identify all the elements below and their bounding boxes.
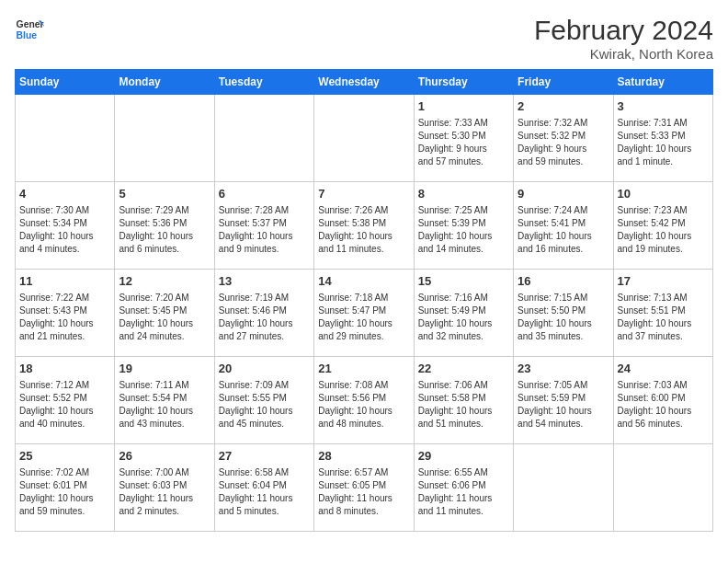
day-info: Sunrise: 7:12 AM Sunset: 5:52 PM Dayligh…	[19, 379, 110, 431]
day-number: 26	[119, 448, 210, 465]
day-number: 14	[318, 273, 409, 290]
calendar-week-5: 25Sunrise: 7:02 AM Sunset: 6:01 PM Dayli…	[16, 444, 713, 532]
calendar-cell: 1Sunrise: 7:33 AM Sunset: 5:30 PM Daylig…	[414, 95, 513, 182]
weekday-header-tuesday: Tuesday	[214, 70, 313, 95]
calendar-cell	[115, 95, 214, 182]
calendar-cell: 26Sunrise: 7:00 AM Sunset: 6:03 PM Dayli…	[115, 444, 214, 532]
calendar-cell: 8Sunrise: 7:25 AM Sunset: 5:39 PM Daylig…	[414, 182, 513, 270]
day-info: Sunrise: 7:11 AM Sunset: 5:54 PM Dayligh…	[119, 379, 210, 431]
calendar-week-3: 11Sunrise: 7:22 AM Sunset: 5:43 PM Dayli…	[16, 270, 713, 357]
title-area: February 2024 Kwirak, North Korea	[534, 15, 713, 62]
day-info: Sunrise: 7:18 AM Sunset: 5:47 PM Dayligh…	[318, 292, 409, 343]
day-info: Sunrise: 7:22 AM Sunset: 5:43 PM Dayligh…	[19, 292, 110, 343]
day-info: Sunrise: 7:33 AM Sunset: 5:30 PM Dayligh…	[418, 117, 509, 168]
weekday-header-sunday: Sunday	[16, 70, 115, 95]
calendar-cell	[314, 95, 414, 182]
calendar-week-1: 1Sunrise: 7:33 AM Sunset: 5:30 PM Daylig…	[16, 95, 713, 182]
calendar-cell: 17Sunrise: 7:13 AM Sunset: 5:51 PM Dayli…	[613, 270, 712, 357]
calendar-title: February 2024	[534, 15, 713, 46]
day-info: Sunrise: 7:15 AM Sunset: 5:50 PM Dayligh…	[518, 292, 609, 343]
day-info: Sunrise: 6:57 AM Sunset: 6:05 PM Dayligh…	[318, 466, 409, 518]
calendar-cell	[16, 95, 115, 182]
day-info: Sunrise: 7:26 AM Sunset: 5:38 PM Dayligh…	[318, 204, 409, 256]
weekday-header-saturday: Saturday	[613, 70, 712, 95]
calendar-cell: 15Sunrise: 7:16 AM Sunset: 5:49 PM Dayli…	[414, 270, 513, 357]
day-number: 13	[219, 273, 310, 290]
day-number: 24	[618, 361, 709, 377]
day-info: Sunrise: 6:58 AM Sunset: 6:04 PM Dayligh…	[219, 466, 310, 518]
day-number: 11	[19, 273, 110, 290]
weekday-header-wednesday: Wednesday	[314, 70, 414, 95]
day-info: Sunrise: 7:13 AM Sunset: 5:51 PM Dayligh…	[618, 292, 709, 343]
calendar-cell: 14Sunrise: 7:18 AM Sunset: 5:47 PM Dayli…	[314, 270, 414, 357]
day-info: Sunrise: 7:00 AM Sunset: 6:03 PM Dayligh…	[119, 466, 210, 518]
calendar-cell: 5Sunrise: 7:29 AM Sunset: 5:36 PM Daylig…	[115, 182, 214, 270]
day-info: Sunrise: 7:24 AM Sunset: 5:41 PM Dayligh…	[518, 204, 609, 256]
logo-icon: General Blue	[15, 15, 44, 44]
day-number: 10	[618, 186, 709, 202]
calendar-week-4: 18Sunrise: 7:12 AM Sunset: 5:52 PM Dayli…	[16, 357, 713, 444]
weekday-header-monday: Monday	[115, 70, 214, 95]
day-number: 4	[19, 186, 110, 202]
calendar-cell: 13Sunrise: 7:19 AM Sunset: 5:46 PM Dayli…	[214, 270, 313, 357]
day-number: 20	[219, 361, 310, 377]
day-info: Sunrise: 7:20 AM Sunset: 5:45 PM Dayligh…	[119, 292, 210, 343]
calendar-cell: 22Sunrise: 7:06 AM Sunset: 5:58 PM Dayli…	[414, 357, 513, 444]
calendar-cell: 16Sunrise: 7:15 AM Sunset: 5:50 PM Dayli…	[514, 270, 613, 357]
calendar-cell: 25Sunrise: 7:02 AM Sunset: 6:01 PM Dayli…	[16, 444, 115, 532]
calendar-cell: 20Sunrise: 7:09 AM Sunset: 5:55 PM Dayli…	[214, 357, 313, 444]
calendar-cell: 27Sunrise: 6:58 AM Sunset: 6:04 PM Dayli…	[214, 444, 313, 532]
day-info: Sunrise: 7:29 AM Sunset: 5:36 PM Dayligh…	[119, 204, 210, 256]
calendar-cell: 10Sunrise: 7:23 AM Sunset: 5:42 PM Dayli…	[613, 182, 712, 270]
day-number: 25	[19, 448, 110, 465]
day-number: 6	[219, 186, 310, 202]
day-number: 28	[318, 448, 409, 465]
weekday-header-friday: Friday	[514, 70, 613, 95]
day-info: Sunrise: 7:06 AM Sunset: 5:58 PM Dayligh…	[418, 379, 509, 431]
calendar-cell: 9Sunrise: 7:24 AM Sunset: 5:41 PM Daylig…	[514, 182, 613, 270]
day-info: Sunrise: 7:28 AM Sunset: 5:37 PM Dayligh…	[219, 204, 310, 256]
calendar-cell: 11Sunrise: 7:22 AM Sunset: 5:43 PM Dayli…	[16, 270, 115, 357]
calendar-cell: 23Sunrise: 7:05 AM Sunset: 5:59 PM Dayli…	[514, 357, 613, 444]
page-header: General Blue February 2024 Kwirak, North…	[15, 15, 713, 62]
calendar-cell: 28Sunrise: 6:57 AM Sunset: 6:05 PM Dayli…	[314, 444, 414, 532]
day-info: Sunrise: 7:16 AM Sunset: 5:49 PM Dayligh…	[418, 292, 509, 343]
day-info: Sunrise: 7:32 AM Sunset: 5:32 PM Dayligh…	[518, 117, 609, 168]
calendar-cell: 18Sunrise: 7:12 AM Sunset: 5:52 PM Dayli…	[16, 357, 115, 444]
day-info: Sunrise: 7:19 AM Sunset: 5:46 PM Dayligh…	[219, 292, 310, 343]
calendar-cell: 12Sunrise: 7:20 AM Sunset: 5:45 PM Dayli…	[115, 270, 214, 357]
day-number: 23	[518, 361, 609, 377]
day-number: 19	[119, 361, 210, 377]
weekday-header-row: SundayMondayTuesdayWednesdayThursdayFrid…	[16, 70, 713, 95]
day-info: Sunrise: 7:23 AM Sunset: 5:42 PM Dayligh…	[618, 204, 709, 256]
calendar-cell: 21Sunrise: 7:08 AM Sunset: 5:56 PM Dayli…	[314, 357, 414, 444]
day-number: 15	[418, 273, 509, 290]
calendar-cell: 2Sunrise: 7:32 AM Sunset: 5:32 PM Daylig…	[514, 95, 613, 182]
calendar-cell	[613, 444, 712, 532]
weekday-header-thursday: Thursday	[414, 70, 513, 95]
day-info: Sunrise: 7:25 AM Sunset: 5:39 PM Dayligh…	[418, 204, 509, 256]
day-info: Sunrise: 7:05 AM Sunset: 5:59 PM Dayligh…	[518, 379, 609, 431]
day-number: 8	[418, 186, 509, 202]
calendar-cell: 29Sunrise: 6:55 AM Sunset: 6:06 PM Dayli…	[414, 444, 513, 532]
day-number: 21	[318, 361, 409, 377]
calendar-cell: 3Sunrise: 7:31 AM Sunset: 5:33 PM Daylig…	[613, 95, 712, 182]
day-number: 5	[119, 186, 210, 202]
calendar-cell: 4Sunrise: 7:30 AM Sunset: 5:34 PM Daylig…	[16, 182, 115, 270]
calendar-subtitle: Kwirak, North Korea	[534, 46, 713, 62]
day-info: Sunrise: 7:02 AM Sunset: 6:01 PM Dayligh…	[19, 466, 110, 518]
day-info: Sunrise: 7:03 AM Sunset: 6:00 PM Dayligh…	[618, 379, 709, 431]
calendar-week-2: 4Sunrise: 7:30 AM Sunset: 5:34 PM Daylig…	[16, 182, 713, 270]
day-number: 22	[418, 361, 509, 377]
day-info: Sunrise: 7:08 AM Sunset: 5:56 PM Dayligh…	[318, 379, 409, 431]
day-number: 18	[19, 361, 110, 377]
day-number: 2	[518, 98, 609, 115]
calendar-cell: 7Sunrise: 7:26 AM Sunset: 5:38 PM Daylig…	[314, 182, 414, 270]
svg-text:Blue: Blue	[17, 30, 38, 40]
day-number: 29	[418, 448, 509, 465]
day-number: 1	[418, 98, 509, 115]
day-number: 9	[518, 186, 609, 202]
day-info: Sunrise: 7:31 AM Sunset: 5:33 PM Dayligh…	[618, 117, 709, 168]
calendar-cell	[514, 444, 613, 532]
calendar-cell: 6Sunrise: 7:28 AM Sunset: 5:37 PM Daylig…	[214, 182, 313, 270]
